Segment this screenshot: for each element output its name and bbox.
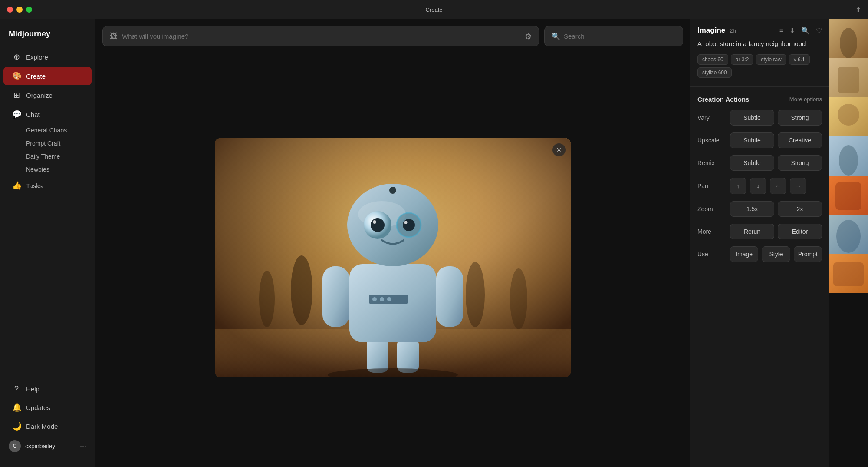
upscale-label: Upscale	[697, 137, 726, 144]
sidebar: Midjourney ⊕ Explore 🎨 Create ⊞ Organize…	[0, 19, 95, 467]
search-input[interactable]	[564, 26, 676, 46]
thumbnail-image-4	[829, 136, 868, 176]
vary-strong-button[interactable]: Strong	[778, 110, 822, 126]
thumbnail-item[interactable]	[829, 254, 868, 293]
editor-button[interactable]: Editor	[778, 224, 822, 239]
zoom-2x-button[interactable]: 2x	[778, 201, 822, 217]
thumbnail-item[interactable]	[829, 19, 868, 58]
sidebar-sub-item-general-chaos[interactable]: General Chaos	[3, 124, 92, 136]
svg-point-28	[840, 28, 857, 58]
remix-buttons: Subtle Strong	[730, 155, 822, 171]
tag-version[interactable]: v 6.1	[789, 54, 810, 65]
more-options-button[interactable]: More options	[789, 96, 822, 103]
upscale-creative-button[interactable]: Creative	[778, 132, 822, 148]
remix-strong-button[interactable]: Strong	[778, 155, 822, 171]
download-icon[interactable]: ⬇	[789, 26, 795, 35]
svg-point-10	[372, 297, 377, 301]
username: cspinbailey	[25, 443, 55, 450]
titlebar: Create ⬆	[0, 0, 868, 19]
organize-icon: ⊞	[12, 90, 21, 100]
minimize-window-button[interactable]	[16, 7, 23, 13]
sidebar-sub-item-prompt-craft[interactable]: Prompt Craft	[3, 137, 92, 149]
window-controls[interactable]	[7, 7, 32, 13]
sidebar-sub-item-newbies[interactable]: Newbies	[3, 163, 92, 176]
help-icon: ?	[12, 384, 21, 394]
sidebar-item-tasks[interactable]: 👍 Tasks	[3, 176, 92, 195]
sidebar-item-organize[interactable]: ⊞ Organize	[3, 86, 92, 104]
filter-icon[interactable]: ⚙	[525, 32, 532, 41]
zoom-row: Zoom 1.5x 2x	[690, 198, 829, 220]
thumbnail-item[interactable]	[829, 176, 868, 215]
thumbnail-item[interactable]	[829, 136, 868, 176]
thumbnail-item[interactable]	[829, 97, 868, 136]
explore-icon: ⊕	[12, 52, 21, 62]
sidebar-item-help[interactable]: ? Help	[3, 380, 92, 398]
pan-row: Pan ↑ ↓ ← →	[690, 174, 829, 198]
panel-title: Imagine	[697, 26, 725, 35]
sidebar-item-label-organize: Organize	[26, 92, 53, 99]
sidebar-item-explore[interactable]: ⊕ Explore	[3, 48, 92, 66]
sidebar-item-create[interactable]: 🎨 Create	[3, 67, 92, 85]
svg-point-22	[373, 220, 376, 224]
rerun-button[interactable]: Rerun	[730, 224, 774, 239]
pan-down-button[interactable]: ↓	[750, 178, 766, 194]
user-menu-icon[interactable]: ···	[80, 442, 86, 451]
sidebar-item-label-tasks: Tasks	[26, 182, 43, 189]
user-profile[interactable]: C cspinbailey ···	[0, 436, 95, 457]
pan-left-button[interactable]: ←	[770, 178, 786, 194]
svg-rect-13	[322, 266, 349, 327]
use-image-button[interactable]: Image	[730, 246, 758, 262]
thumbnail-item[interactable]	[829, 58, 868, 97]
prompt-input[interactable]	[122, 26, 520, 46]
tag-ar[interactable]: ar 3:2	[731, 54, 754, 65]
thumbnail-item[interactable]	[829, 215, 868, 254]
image-view-area: ✕	[95, 52, 690, 467]
tag-style-raw[interactable]: style raw	[756, 54, 786, 65]
close-image-button[interactable]: ✕	[552, 143, 566, 156]
vary-buttons: Subtle Strong	[730, 110, 822, 126]
more-row: More Rerun Editor	[690, 220, 829, 243]
menu-lines-icon[interactable]: ≡	[779, 26, 783, 35]
tasks-icon: 👍	[12, 181, 21, 190]
sidebar-sub-item-daily-theme[interactable]: Daily Theme	[3, 150, 92, 162]
upscale-subtle-button[interactable]: Subtle	[730, 132, 774, 148]
svg-point-2	[466, 262, 485, 327]
sidebar-item-darkmode[interactable]: 🌙 Dark Mode	[3, 417, 92, 435]
tag-chaos[interactable]: chaos 60	[697, 54, 728, 65]
sidebar-item-chat[interactable]: 💬 Chat	[3, 105, 92, 123]
window-title: Create	[425, 7, 442, 13]
tag-stylize[interactable]: stylize 600	[697, 67, 732, 78]
upload-icon[interactable]: ⬆	[855, 6, 861, 14]
remix-subtle-button[interactable]: Subtle	[730, 155, 774, 171]
svg-rect-40	[833, 262, 864, 286]
svg-point-4	[259, 271, 275, 327]
robot-illustration	[215, 138, 571, 377]
thumbnail-image-7	[829, 254, 868, 293]
use-style-button[interactable]: Style	[762, 246, 790, 262]
sidebar-item-label-darkmode: Dark Mode	[26, 423, 58, 430]
search-panel-icon[interactable]: 🔍	[801, 26, 810, 35]
svg-point-12	[387, 297, 391, 301]
create-icon: 🎨	[12, 71, 21, 81]
pan-right-button[interactable]: →	[790, 178, 806, 194]
fullscreen-window-button[interactable]	[26, 7, 32, 13]
remix-label: Remix	[697, 159, 726, 166]
heart-icon[interactable]: ♡	[816, 26, 822, 35]
close-window-button[interactable]	[7, 7, 13, 13]
vary-row: Vary Subtle Strong	[690, 106, 829, 129]
sidebar-item-updates[interactable]: 🔔 Updates	[3, 398, 92, 417]
search-box[interactable]: 🔍	[544, 26, 683, 46]
thumbnail-image-5	[829, 176, 868, 215]
pan-up-button[interactable]: ↑	[730, 178, 746, 194]
vary-subtle-button[interactable]: Subtle	[730, 110, 774, 126]
svg-rect-7	[397, 338, 419, 373]
svg-point-11	[380, 297, 384, 301]
svg-rect-30	[838, 67, 859, 93]
darkmode-icon: 🌙	[12, 421, 21, 431]
updates-icon: 🔔	[12, 403, 21, 412]
zoom-1-5x-button[interactable]: 1.5x	[730, 201, 774, 217]
upscale-row: Upscale Subtle Creative	[690, 129, 829, 152]
prompt-input-box[interactable]: 🖼 ⚙	[102, 26, 539, 46]
use-prompt-button[interactable]: Prompt	[794, 246, 822, 262]
svg-point-3	[510, 268, 527, 329]
